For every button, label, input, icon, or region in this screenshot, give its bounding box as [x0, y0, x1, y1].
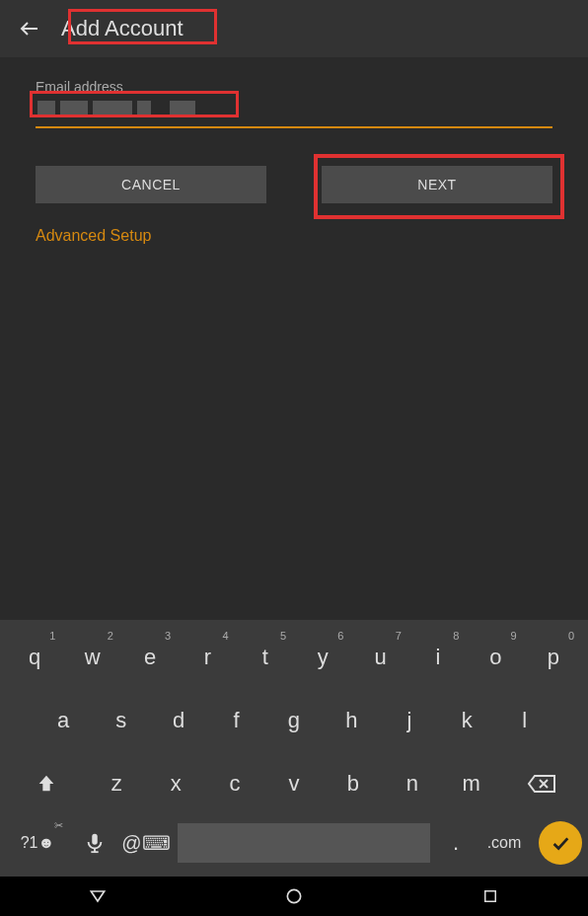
svg-rect-3 [92, 834, 98, 845]
advanced-setup-link[interactable]: Advanced Setup [36, 227, 151, 245]
back-icon[interactable] [18, 17, 41, 40]
key-e[interactable]: e3 [123, 628, 177, 687]
nav-home-icon[interactable] [264, 886, 324, 906]
key-f[interactable]: f [209, 691, 262, 750]
backspace-key[interactable] [503, 754, 580, 813]
key-t[interactable]: t5 [239, 628, 292, 687]
key-v[interactable]: v [266, 754, 322, 813]
key-d[interactable]: d [152, 691, 205, 750]
field-underline [36, 126, 552, 128]
cancel-button[interactable]: CANCEL [36, 166, 266, 203]
svg-point-7 [287, 889, 300, 902]
enter-key[interactable] [539, 821, 582, 865]
android-navbar [0, 877, 588, 916]
at-key[interactable]: @ ⌨ [120, 817, 172, 869]
key-o[interactable]: o9 [469, 628, 522, 687]
key-p[interactable]: p0 [527, 628, 580, 687]
key-m[interactable]: m [444, 754, 499, 813]
key-b[interactable]: b [326, 754, 381, 813]
key-g[interactable]: g [267, 691, 321, 750]
scissors-icon: ✂ [54, 819, 63, 832]
nav-recent-icon[interactable] [461, 887, 520, 905]
key-n[interactable]: n [385, 754, 440, 813]
svg-rect-8 [484, 891, 495, 902]
next-button[interactable]: NEXT [322, 166, 552, 203]
svg-marker-6 [92, 891, 105, 901]
com-key[interactable]: .com [476, 817, 533, 869]
key-w[interactable]: w2 [65, 628, 118, 687]
key-j[interactable]: j [383, 691, 436, 750]
shift-key[interactable] [8, 754, 85, 813]
keyboard-switch-icon: ⌨ [142, 831, 171, 855]
mic-key[interactable] [69, 817, 120, 869]
key-k[interactable]: k [440, 691, 493, 750]
period-key[interactable]: . [436, 817, 476, 869]
symbols-key[interactable]: ?1☻ ✂ [6, 817, 69, 869]
space-key[interactable] [178, 823, 430, 863]
key-u[interactable]: u7 [353, 628, 406, 687]
page-title: Add Account [53, 13, 191, 44]
key-l[interactable]: l [498, 691, 551, 750]
key-z[interactable]: z [89, 754, 144, 813]
key-i[interactable]: i8 [411, 628, 465, 687]
key-q[interactable]: q1 [8, 628, 61, 687]
nav-back-icon[interactable] [68, 886, 127, 906]
email-label: Email address [36, 79, 552, 95]
key-h[interactable]: h [325, 691, 378, 750]
key-s[interactable]: s [94, 691, 147, 750]
key-r[interactable]: r4 [181, 628, 234, 687]
key-x[interactable]: x [148, 754, 203, 813]
key-y[interactable]: y6 [296, 628, 349, 687]
key-a[interactable]: a [37, 691, 90, 750]
email-field[interactable] [36, 97, 552, 118]
keyboard: q1w2e3r4t5y6u7i8o9p0 asdfghjkl zxcvbnm ?… [0, 620, 588, 877]
key-c[interactable]: c [207, 754, 262, 813]
